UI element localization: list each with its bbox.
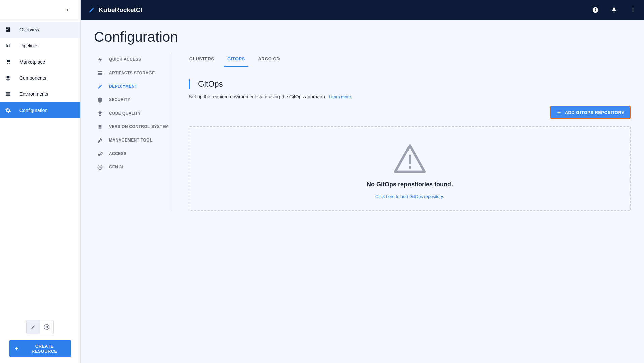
- svg-rect-2: [8, 29, 10, 32]
- bell-icon: [611, 7, 617, 13]
- svg-rect-18: [595, 9, 596, 11]
- learn-more-link[interactable]: Learn more.: [329, 94, 352, 99]
- svg-rect-24: [98, 71, 102, 72]
- svg-rect-12: [6, 95, 10, 96]
- view-toggle-kube[interactable]: [40, 320, 53, 334]
- pipelines-icon: [5, 42, 11, 49]
- sidebar-nav: Overview Pipelines Marketplace Component…: [0, 20, 80, 118]
- trophy-icon: [97, 110, 103, 117]
- info-button[interactable]: [592, 6, 599, 14]
- rocket-icon: [97, 83, 103, 90]
- svg-marker-13: [44, 324, 49, 330]
- subnav-quick-access[interactable]: QUICK ACCESS: [94, 53, 172, 67]
- tab-argocd[interactable]: ARGO CD: [258, 54, 281, 67]
- cart-icon: [5, 58, 11, 65]
- warning-icon: [391, 143, 428, 175]
- empty-state: No GitOps repositories found. Click here…: [189, 126, 631, 211]
- tabs: CLUSTERS GITOPS ARGO CD: [189, 53, 631, 67]
- subnav-version-control[interactable]: VERSION CONTROL SYSTEM: [94, 120, 172, 134]
- plus-icon: [556, 110, 562, 115]
- svg-marker-9: [6, 76, 10, 78]
- svg-point-7: [7, 63, 8, 64]
- sidebar-item-label: Overview: [19, 27, 39, 32]
- tab-gitops[interactable]: GITOPS: [227, 54, 245, 67]
- svg-rect-1: [8, 27, 10, 29]
- plus-icon: [14, 346, 19, 351]
- tab-clusters[interactable]: CLUSTERS: [189, 54, 215, 67]
- subnav-label: CODE QUALITY: [109, 111, 169, 116]
- subnav-deployment[interactable]: DEPL0YMENT: [94, 80, 172, 93]
- subnav-artifacts-storage[interactable]: ARTIFACTS STORAGE: [94, 67, 172, 80]
- subnav-management-tool[interactable]: MANAGEMENT TOOL: [94, 134, 172, 147]
- panel: CLUSTERS GITOPS ARGO CD GitOps Set up th…: [172, 53, 631, 211]
- subnav-label: DEPL0YMENT: [109, 84, 169, 89]
- tab-label: CLUSTERS: [189, 56, 214, 62]
- svg-rect-3: [6, 30, 8, 32]
- notifications-button[interactable]: [610, 6, 618, 14]
- subnav-label: QUICK ACCESS: [109, 57, 169, 63]
- svg-point-8: [9, 63, 10, 64]
- brand-name: KubeRocketCI: [99, 6, 142, 14]
- subnav-label: GEN AI: [109, 165, 169, 170]
- more-vertical-icon: [630, 7, 636, 13]
- svg-marker-10: [6, 78, 10, 81]
- shield-icon: [97, 97, 103, 104]
- tab-label: GITOPS: [227, 56, 245, 62]
- page-title: Configuration: [94, 29, 631, 45]
- sidebar-header: [0, 0, 80, 20]
- view-toggle-rocket[interactable]: [27, 320, 40, 334]
- svg-marker-23: [98, 57, 102, 63]
- stack-icon: [97, 124, 103, 130]
- tab-label: ARGO CD: [258, 56, 280, 62]
- empty-add-link[interactable]: Click here to add GitOps repository.: [375, 194, 444, 199]
- svg-point-19: [595, 8, 596, 9]
- bolt-icon: [97, 56, 103, 63]
- sidebar-item-overview[interactable]: Overview: [0, 22, 80, 38]
- more-button[interactable]: [629, 6, 637, 14]
- section-header: GitOps: [189, 79, 631, 89]
- subnav-label: ACCESS: [109, 151, 169, 157]
- section-subtitle-row: Set up the required environment state us…: [189, 94, 631, 99]
- config-subnav: QUICK ACCESS ARTIFACTS STORAGE DEPL0YMEN…: [94, 53, 172, 211]
- layers-icon: [5, 75, 11, 81]
- dashboard-icon: [5, 26, 11, 33]
- sidebar-item-label: Configuration: [19, 108, 47, 113]
- svg-point-14: [46, 326, 48, 328]
- info-icon: [592, 7, 599, 13]
- gear-icon: [5, 107, 11, 114]
- subnav-label: ARTIFACTS STORAGE: [109, 71, 169, 76]
- subnav-access[interactable]: ACCESS: [94, 147, 172, 161]
- svg-point-22: [633, 11, 634, 12]
- brand-rocket-icon: [88, 6, 95, 14]
- sidebar-collapse-button[interactable]: [63, 6, 71, 14]
- sidebar-item-label: Environments: [19, 91, 48, 97]
- add-gitops-repository-button[interactable]: ADD GITOPS REPOSITORY: [550, 106, 631, 119]
- subnav-label: MANAGEMENT TOOL: [109, 138, 169, 143]
- brand[interactable]: KubeRocketCI: [88, 6, 142, 14]
- svg-rect-0: [6, 27, 8, 29]
- svg-marker-28: [98, 127, 102, 129]
- section-subtitle: Set up the required environment state us…: [189, 94, 326, 99]
- subnav-security[interactable]: SECURITY: [94, 93, 172, 107]
- sidebar-item-label: Pipelines: [19, 43, 39, 48]
- svg-rect-5: [7, 45, 8, 47]
- svg-rect-6: [9, 44, 9, 47]
- kubernetes-icon: [43, 324, 50, 330]
- section-title: GitOps: [190, 79, 631, 89]
- sidebar-item-components[interactable]: Components: [0, 70, 80, 86]
- svg-point-21: [633, 10, 634, 11]
- sidebar-item-pipelines[interactable]: Pipelines: [0, 38, 80, 54]
- key-icon: [97, 151, 103, 157]
- create-resource-button[interactable]: CREATE RESOURCE: [9, 340, 71, 357]
- sidebar-item-marketplace[interactable]: Marketplace: [0, 54, 80, 70]
- subnav-code-quality[interactable]: CODE QUALITY: [94, 107, 172, 120]
- sidebar-item-configuration[interactable]: Configuration: [0, 102, 80, 118]
- rocket-icon: [30, 324, 37, 330]
- svg-point-30: [99, 167, 101, 168]
- svg-rect-26: [98, 74, 102, 75]
- add-button-label: ADD GITOPS REPOSITORY: [565, 110, 625, 115]
- svg-rect-25: [98, 73, 102, 74]
- subnav-label: VERSION CONTROL SYSTEM: [109, 124, 169, 130]
- sidebar-item-environments[interactable]: Environments: [0, 86, 80, 102]
- subnav-gen-ai[interactable]: GEN AI: [94, 161, 172, 174]
